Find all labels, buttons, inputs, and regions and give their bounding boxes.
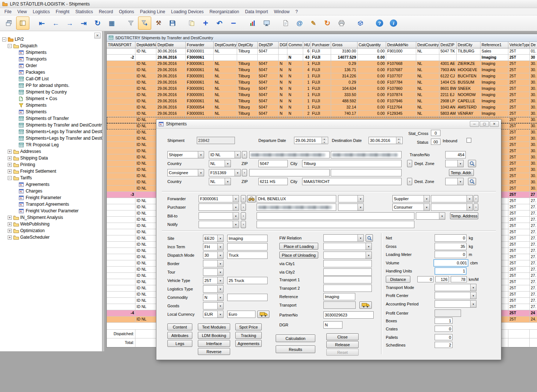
menu-item-view[interactable]: View xyxy=(14,8,30,15)
column-header-de[interactable]: De xyxy=(530,42,537,48)
tree-item-order[interactable]: Order xyxy=(0,62,102,69)
column-header-destzip[interactable]: DestZIP xyxy=(439,42,457,48)
collapse-icon[interactable]: − xyxy=(2,37,6,41)
billto-expand-button[interactable]: › xyxy=(241,212,246,220)
consumer-selector[interactable]: Consumer▼ xyxy=(392,204,430,211)
consignee-selector[interactable]: Consignee▼ xyxy=(167,169,204,176)
tree-item-shipments[interactable]: Shipments xyxy=(0,109,102,115)
edit-button[interactable]: ✎ xyxy=(307,17,320,30)
consumer-expand-button[interactable]: › xyxy=(473,204,478,211)
date-spinner[interactable]: ▲▼ xyxy=(322,137,327,144)
dgr-field[interactable]: N xyxy=(323,321,342,329)
consignee-expand-button[interactable]: › xyxy=(242,169,247,176)
last-record-button[interactable]: ⇥ xyxy=(77,17,90,30)
departure-date-field[interactable]: 29.06.2016▲▼ xyxy=(294,137,328,144)
consumer-combo[interactable]: ▼ xyxy=(431,204,473,211)
supplier-combo[interactable]: ▼ xyxy=(431,195,473,202)
transport2-field[interactable] xyxy=(323,285,372,292)
dept-zone-search-button[interactable] xyxy=(468,160,476,167)
consignee-name-field[interactable] xyxy=(249,169,330,176)
column-header-deptdate[interactable]: DeptDate xyxy=(156,42,186,48)
collapse-icon[interactable]: − xyxy=(8,44,12,48)
tree-item-shipments-legs-by-transfer-and-destco[interactable]: Shipments+Legs by Transfer and DestCo xyxy=(0,128,102,135)
column-header-vehicletype[interactable]: VehicleType xyxy=(508,42,530,48)
tree-item-packages[interactable]: Packages xyxy=(0,69,102,76)
column-header-destaddrno[interactable]: DestAddrNo xyxy=(386,42,416,48)
shipment-field[interactable]: 23842 xyxy=(197,137,235,144)
reset-button[interactable]: Reset xyxy=(326,349,359,356)
temp-address-button[interactable]: Temp. Address xyxy=(450,212,478,219)
dept-city-field[interactable]: Tilburg xyxy=(302,160,402,167)
site-text-field[interactable]: Imaging xyxy=(227,235,268,242)
help-button[interactable]: ? xyxy=(373,17,386,30)
spot-price-button[interactable]: Spot Price xyxy=(235,323,262,330)
distance-button[interactable]: Distance xyxy=(386,276,410,283)
dept-zip-field[interactable]: 5047 xyxy=(258,160,288,167)
forwarder-extra-combo[interactable]: ▼ xyxy=(338,195,364,202)
tree-item-shipments-by-transfer-and-destcountry[interactable]: Shipments by Transfer and DestCountry xyxy=(0,122,102,128)
table-row[interactable]: ID NL29.06.2016F3000091NLTilburg5047NN1F… xyxy=(107,73,537,80)
menu-item-freight[interactable]: Freight xyxy=(53,8,72,15)
collapse-icon[interactable]: − xyxy=(8,176,12,180)
interface-button[interactable]: Interface xyxy=(198,340,230,347)
grid-titlebar[interactable]: SDGTRCTRY Shipments by Transfer and Dest… xyxy=(107,34,537,42)
window-titlebar[interactable]: LP/2 STÄDTLER-LOGISTIK - Shipments xyxy=(0,0,537,8)
column-header-purchaser[interactable]: Purchaser xyxy=(311,42,331,48)
partner-no-field[interactable]: 3030029623 xyxy=(323,311,374,319)
column-header-transport[interactable]: TRANSPORT xyxy=(107,42,135,48)
column-header-gross[interactable]: Gross xyxy=(331,42,358,48)
close-panel-icon[interactable]: ✕ xyxy=(94,33,101,39)
billto-name-field[interactable] xyxy=(257,212,414,220)
release-button[interactable]: Release xyxy=(326,341,359,348)
boxes-field[interactable]: 1 xyxy=(435,318,453,324)
temp-address-combo[interactable]: ▼ xyxy=(416,212,445,220)
first-record-button[interactable]: ⇤ xyxy=(35,17,48,30)
column-header-deptcity[interactable]: DeptCity xyxy=(237,42,258,48)
tree-item-pp-for-abroad-shpmts[interactable]: PP for abroad shpmts. xyxy=(0,82,102,89)
dest-zone-expand-button[interactable]: › xyxy=(407,178,412,185)
add-record-button[interactable]: + xyxy=(199,17,212,30)
column-header-dgr[interactable]: DGR xyxy=(279,42,287,48)
table-row[interactable]: ID NL29.06.2016F3000061NLTilburg5047NN1F… xyxy=(107,98,537,105)
tree-item-shipment-by-country[interactable]: Shipment by Country xyxy=(0,89,102,95)
dispatch-mode-combo[interactable]: 30▼ xyxy=(203,252,224,259)
expand-icon[interactable]: + xyxy=(8,150,12,154)
handling-units-field[interactable]: 1 xyxy=(435,267,467,275)
transport-field[interactable] xyxy=(323,301,356,309)
loading-meter-field[interactable]: 0 xyxy=(435,251,467,258)
net-field[interactable]: 0 xyxy=(435,234,467,242)
forwarder-name-field[interactable]: DHL BENELUX xyxy=(257,195,336,202)
cascade-windows-button[interactable] xyxy=(2,17,15,30)
table-row[interactable]: ID NL29.06.2016F3000091NLTilburg5047NN2F… xyxy=(107,111,537,117)
shipper-name2-field[interactable] xyxy=(331,151,402,158)
previous-record-button[interactable]: ← xyxy=(49,17,62,30)
maximize-icon[interactable]: ▢ xyxy=(480,121,489,127)
info-button[interactable]: i xyxy=(387,17,400,30)
delete-record-button[interactable]: − xyxy=(227,17,240,30)
commodity-combo[interactable]: N▼ xyxy=(203,294,224,301)
site-combo[interactable]: EE20▼ xyxy=(203,235,224,242)
tree-item-transports[interactable]: Transports xyxy=(0,56,102,62)
expand-icon[interactable]: + xyxy=(8,235,12,239)
save-button[interactable] xyxy=(166,17,179,30)
column-header-destcountry[interactable]: DestCountry xyxy=(416,42,439,48)
tree-item-agreements[interactable]: Agreements xyxy=(0,181,102,188)
temp-addr-button[interactable]: Temp. Addr. xyxy=(449,169,474,176)
tree-item-lp-2[interactable]: −LP/2 xyxy=(0,36,102,43)
tree-item-printing[interactable]: +Printing xyxy=(0,161,102,168)
stat-cross-field[interactable]: 0 xyxy=(431,130,440,136)
commodity-text-field[interactable] xyxy=(227,294,268,301)
cube-3d-button[interactable] xyxy=(354,17,367,30)
forwarder-search-button[interactable] xyxy=(247,195,256,202)
transport-mode-combo[interactable]: ▼ xyxy=(435,284,476,291)
place-of-loading-combo[interactable]: ▼ xyxy=(323,243,372,250)
tracking-button[interactable]: Tracking xyxy=(235,332,262,339)
monitor-button[interactable] xyxy=(260,17,273,30)
content-button[interactable]: Content xyxy=(167,323,192,330)
dept-zone-expand-button[interactable]: › xyxy=(407,160,412,167)
expand-icon[interactable]: + xyxy=(8,222,12,226)
shipper-code-combo[interactable]: ID NL▼ xyxy=(209,151,241,158)
document-button[interactable] xyxy=(279,17,292,30)
via-city2-field[interactable] xyxy=(323,268,372,276)
forwarder-code-combo[interactable]: F3000061▼ xyxy=(199,195,239,202)
